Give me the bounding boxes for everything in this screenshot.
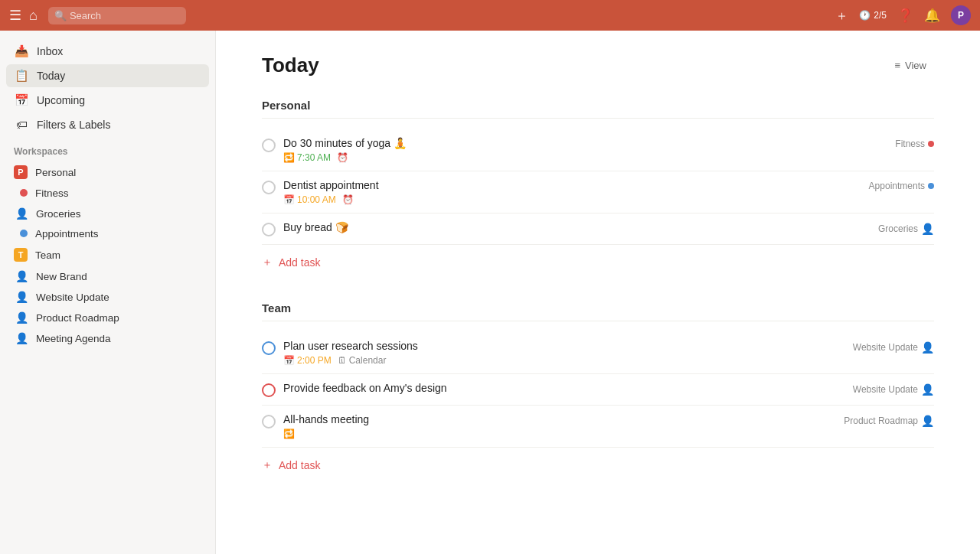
add-task-personal-label: Add task <box>279 256 320 269</box>
sidebar-item-new-brand[interactable]: 👤 New Brand <box>6 266 209 286</box>
calendar-text-research: 🗓 Calendar <box>338 355 387 366</box>
task-checkbox-yoga[interactable] <box>262 138 276 152</box>
task-checkbox-user-research[interactable] <box>262 341 276 355</box>
filters-icon: 🏷 <box>14 118 29 131</box>
personal-section: Personal Do 30 minutes of yoga 🧘 🔁 7:30 … <box>262 99 934 277</box>
topbar-right: ＋ 🕐 2/5 ❓ 🔔 P <box>835 5 971 25</box>
task-content-dentist: Dentist appointment 📅 10:00 AM ⏰ <box>283 179 934 205</box>
main-header: Today ≡ View <box>262 54 934 77</box>
avatar[interactable]: P <box>951 5 971 25</box>
add-task-personal-button[interactable]: ＋ Add task <box>262 248 320 277</box>
sidebar-item-meeting-agenda[interactable]: 👤 Meeting Agenda <box>6 328 209 348</box>
task-repeat-allhands: 🔁 <box>283 429 295 439</box>
sidebar-item-product-roadmap[interactable]: 👤 Product Roadmap <box>6 308 209 328</box>
upcoming-icon: 📅 <box>14 93 29 107</box>
product-roadmap-label-person: 👤 <box>921 415 934 427</box>
task-checkbox-dentist[interactable] <box>262 181 276 194</box>
progress-indicator: 🕐 2/5 <box>859 10 887 21</box>
task-row: All-hands meeting 🔁 Product Roadmap 👤 <box>262 406 934 448</box>
task-row: Plan user research sessions 📅 2:00 PM 🗓 … <box>262 332 934 374</box>
task-label-dentist: Appointments <box>869 181 934 191</box>
task-meta-dentist: 📅 10:00 AM ⏰ <box>283 194 934 205</box>
website-update-label-person: 👤 <box>921 341 934 354</box>
task-name-allhands: All-hands meeting <box>283 413 934 425</box>
appointments-icon <box>17 228 28 240</box>
topbar: ☰ ⌂ 🔍 ＋ 🕐 2/5 ❓ 🔔 P <box>0 0 980 31</box>
task-meta-allhands: 🔁 <box>283 429 934 439</box>
sidebar-team-label: Team <box>35 249 60 261</box>
add-task-team-button[interactable]: ＋ Add task <box>262 451 320 480</box>
fitness-label-dot <box>928 141 934 147</box>
sidebar-item-personal[interactable]: P Personal <box>6 161 209 183</box>
sidebar-groceries-label: Groceries <box>36 208 81 220</box>
task-row: Buy bread 🍞 Groceries 👤 <box>262 213 934 245</box>
bell-icon[interactable]: 🔔 <box>924 8 940 24</box>
task-row: Provide feedback on Amy's design Website… <box>262 374 934 406</box>
groceries-label-text: Groceries <box>878 223 918 234</box>
sidebar-item-inbox-label: Inbox <box>37 45 63 57</box>
task-meta-yoga: 🔁 7:30 AM ⏰ <box>283 152 934 163</box>
sidebar-appointments-label: Appointments <box>35 228 99 240</box>
fitness-label-text: Fitness <box>895 138 925 149</box>
view-button[interactable]: ≡ View <box>887 56 934 75</box>
today-icon: 📋 <box>14 69 29 83</box>
sidebar-item-filters[interactable]: 🏷 Filters & Labels <box>6 113 209 135</box>
personal-section-title: Personal <box>262 99 934 119</box>
appointments-label-dot <box>928 183 934 189</box>
sidebar-website-update-label: Website Update <box>36 292 109 303</box>
sidebar-item-inbox[interactable]: 📥 Inbox <box>6 40 209 63</box>
add-task-team-label: Add task <box>279 459 320 471</box>
page-title: Today <box>262 54 319 77</box>
task-label-yoga: Fitness <box>895 138 934 149</box>
task-row: Do 30 minutes of yoga 🧘 🔁 7:30 AM ⏰ Fitn… <box>262 129 934 171</box>
task-checkbox-amy-design[interactable] <box>262 383 276 397</box>
sidebar-item-team[interactable]: T Team <box>6 244 209 266</box>
fitness-icon <box>17 187 28 199</box>
progress-text: 2/5 <box>874 10 887 21</box>
task-name-yoga: Do 30 minutes of yoga 🧘 <box>283 137 934 149</box>
task-checkbox-bread[interactable] <box>262 223 276 236</box>
groceries-icon: 👤 <box>15 207 28 220</box>
task-checkbox-allhands[interactable] <box>262 415 276 429</box>
search-input[interactable] <box>48 7 186 24</box>
personal-icon: P <box>14 165 28 179</box>
sidebar-item-today-label: Today <box>37 70 65 82</box>
add-icon-personal: ＋ <box>262 256 273 269</box>
add-icon[interactable]: ＋ <box>835 7 848 24</box>
sidebar-item-groceries[interactable]: 👤 Groceries <box>6 204 209 223</box>
calendar-icon-dentist: 📅 <box>283 194 295 205</box>
inbox-icon: 📥 <box>14 44 29 58</box>
help-icon[interactable]: ❓ <box>897 8 913 24</box>
sidebar-item-upcoming-label: Upcoming <box>37 94 85 106</box>
clock-icon: 🕐 <box>859 10 871 21</box>
sidebar-item-upcoming[interactable]: 📅 Upcoming <box>6 89 209 112</box>
home-icon[interactable]: ⌂ <box>29 8 38 24</box>
team-section-title: Team <box>262 301 934 321</box>
sidebar-meeting-agenda-label: Meeting Agenda <box>36 333 111 344</box>
sidebar-item-appointments[interactable]: Appointments <box>6 224 209 243</box>
sidebar-item-today[interactable]: 📋 Today <box>6 64 209 87</box>
sidebar-product-roadmap-label: Product Roadmap <box>36 312 119 324</box>
task-label-amy-design: Website Update 👤 <box>853 383 934 396</box>
sidebar-item-website-update[interactable]: 👤 Website Update <box>6 287 209 307</box>
sidebar-fitness-label: Fitness <box>35 187 69 199</box>
task-time-yoga: 🔁 7:30 AM <box>283 152 331 163</box>
meeting-agenda-icon: 👤 <box>15 332 28 344</box>
calendar-link-icon: 🗓 <box>338 355 347 366</box>
task-time-dentist: 📅 10:00 AM <box>283 194 336 205</box>
sidebar-item-fitness[interactable]: Fitness <box>6 184 209 203</box>
task-content-amy-design: Provide feedback on Amy's design <box>283 382 934 397</box>
groceries-label-person: 👤 <box>921 223 934 235</box>
task-name-amy-design: Provide feedback on Amy's design <box>283 382 934 394</box>
task-time-user-research: 📅 2:00 PM <box>283 355 332 366</box>
view-icon: ≡ <box>894 60 900 71</box>
task-content-user-research: Plan user research sessions 📅 2:00 PM 🗓 … <box>283 340 934 366</box>
task-name-user-research: Plan user research sessions <box>283 340 934 352</box>
task-meta-user-research: 📅 2:00 PM 🗓 Calendar <box>283 355 934 366</box>
task-name-bread: Buy bread 🍞 <box>283 221 934 233</box>
new-brand-icon: 👤 <box>15 270 28 282</box>
menu-icon[interactable]: ☰ <box>9 7 21 24</box>
task-content-allhands: All-hands meeting 🔁 <box>283 413 934 439</box>
website-update-label-text: Website Update <box>853 342 918 353</box>
task-content-yoga: Do 30 minutes of yoga 🧘 🔁 7:30 AM ⏰ <box>283 137 934 163</box>
